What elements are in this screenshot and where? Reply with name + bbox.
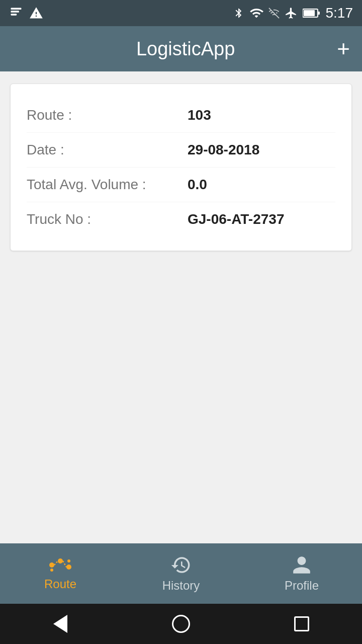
card-row-3: Truck No :GJ-06-AT-2737 <box>27 202 335 236</box>
status-time: 5:17 <box>326 5 353 21</box>
svg-point-12 <box>67 559 70 562</box>
svg-point-8 <box>66 565 71 570</box>
main-content: Route :103Date :29-08-2018Total Avg. Vol… <box>0 71 362 543</box>
wifi-icon <box>249 6 263 20</box>
status-bar-left-icons <box>9 6 43 20</box>
card-label-1: Date : <box>27 142 188 158</box>
svg-rect-1 <box>11 11 19 13</box>
card-value-1: 29-08-2018 <box>188 142 259 158</box>
recents-square-icon <box>294 616 309 631</box>
nav-label-history: History <box>162 579 200 593</box>
card-label-2: Total Avg. Volume : <box>27 177 188 193</box>
back-triangle-icon <box>53 615 67 633</box>
svg-rect-2 <box>11 14 17 15</box>
card-label-0: Route : <box>27 107 188 123</box>
back-button[interactable] <box>45 609 75 639</box>
bottom-nav: Route History Profile <box>0 543 362 604</box>
info-card: Route :103Date :29-08-2018Total Avg. Vol… <box>10 84 352 251</box>
svg-point-6 <box>49 562 54 568</box>
card-label-3: Truck No : <box>27 211 188 227</box>
svg-line-9 <box>54 561 58 565</box>
nav-label-route: Route <box>44 577 76 591</box>
home-circle-icon <box>172 615 190 633</box>
card-value-2: 0.0 <box>188 177 207 193</box>
warning-icon <box>29 6 43 20</box>
card-row-0: Route :103 <box>27 98 335 133</box>
status-bar-right-icons: 5:17 <box>233 5 353 21</box>
airplane-icon <box>285 7 298 20</box>
nav-label-profile: Profile <box>285 579 319 593</box>
bluetooth-icon <box>233 6 244 20</box>
svg-point-11 <box>50 569 53 572</box>
app-bar: LogisticApp + <box>0 26 362 71</box>
svg-point-7 <box>58 558 63 564</box>
profile-icon <box>291 554 312 576</box>
home-button[interactable] <box>166 609 196 639</box>
card-value-3: GJ-06-AT-2737 <box>188 211 284 227</box>
card-row-2: Total Avg. Volume :0.0 <box>27 168 335 202</box>
svg-rect-0 <box>11 8 22 10</box>
add-button[interactable]: + <box>337 38 350 60</box>
status-bar: 5:17 <box>0 0 362 26</box>
card-row-1: Date :29-08-2018 <box>27 133 335 168</box>
svg-rect-5 <box>318 12 320 15</box>
notification-icon <box>9 6 23 20</box>
system-nav-bar <box>0 604 362 644</box>
signal-icon <box>268 6 280 20</box>
history-icon <box>170 554 192 576</box>
card-value-0: 103 <box>188 107 211 123</box>
app-title: LogisticApp <box>34 38 337 60</box>
svg-line-10 <box>63 561 66 567</box>
recents-button[interactable] <box>287 609 317 639</box>
nav-tab-profile[interactable]: Profile <box>241 543 362 604</box>
nav-tab-history[interactable]: History <box>121 543 241 604</box>
battery-icon <box>303 8 321 19</box>
nav-tab-route[interactable]: Route <box>0 543 121 604</box>
svg-rect-4 <box>304 10 315 16</box>
route-icon <box>49 556 72 574</box>
